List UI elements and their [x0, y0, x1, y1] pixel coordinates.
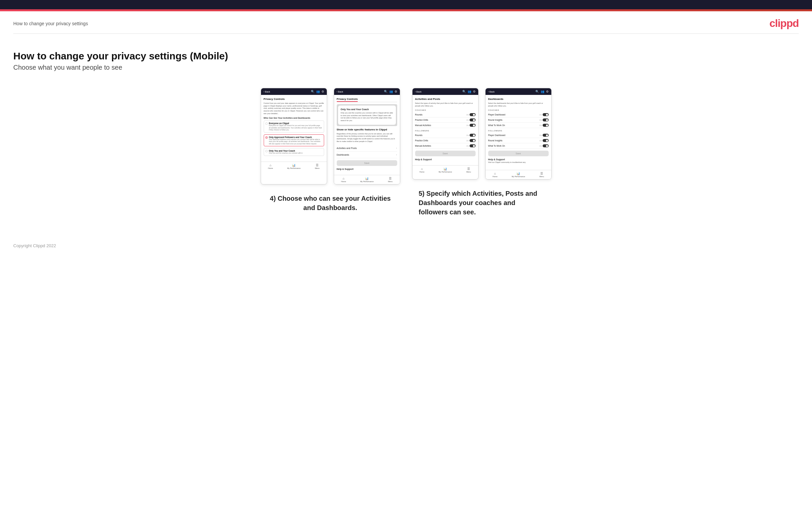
toggle-drills-coaches-switch[interactable]: [470, 118, 475, 121]
ph-bottom-nav-4: ⌂ Home 📊 My Performance ☰ Menu: [486, 170, 551, 179]
nav-menu-4[interactable]: ☰ Menu: [539, 172, 544, 177]
nav-home-4[interactable]: ⌂ Home: [493, 172, 498, 177]
page-title: How to change your privacy settings (Mob…: [13, 50, 799, 62]
list-dashboards[interactable]: Dashboards ›: [337, 152, 397, 158]
toggle-label-drills-followers: Practice Drills: [415, 139, 428, 142]
screenshot-group-1: ‹ Back 🔍 👥 ⚙ Privacy Controls Control ho…: [261, 88, 400, 212]
settings-icon-1[interactable]: ⚙: [321, 90, 324, 93]
nav-performance-label-4: My Performance: [512, 175, 525, 177]
home-icon-2: ⌂: [343, 177, 344, 180]
back-btn-4[interactable]: ‹ Back: [488, 91, 495, 93]
followers-label-3: FOLLOWERS: [415, 130, 475, 132]
ph-topbar-3: ‹ Back 🔍 👥 ⚙: [412, 88, 478, 95]
privacy-tab-2[interactable]: Privacy Controls: [337, 98, 358, 102]
nav-performance-4[interactable]: 📊 My Performance: [512, 172, 525, 177]
toggle-player-followers-switch[interactable]: [543, 134, 549, 137]
back-btn-1[interactable]: ‹ Back: [264, 91, 270, 93]
radio-only-you[interactable]: Only You and Your Coach Only you and the…: [264, 148, 324, 156]
nav-menu-3[interactable]: ☰ Menu: [466, 167, 471, 173]
nav-home-label-2: Home: [341, 180, 346, 182]
toggle-drills-followers: Practice Drills ON: [415, 138, 475, 143]
settings-icon-3[interactable]: ⚙: [473, 90, 475, 93]
people-icon-3[interactable]: 👥: [468, 90, 471, 93]
radio-approved[interactable]: Only Approved Followers and Your Coach O…: [264, 134, 324, 147]
list-activities-posts[interactable]: Activities and Posts ›: [337, 145, 397, 152]
phone-screen-1: ‹ Back 🔍 👥 ⚙ Privacy Controls Control ho…: [261, 88, 327, 184]
toggle-label-player-coaches: Player Dashboard: [488, 113, 505, 116]
save-btn-2[interactable]: Save: [337, 160, 397, 166]
toggle-rounds-followers-switch[interactable]: [470, 134, 475, 137]
search-icon-4[interactable]: 🔍: [536, 90, 539, 93]
toggle-label-what-coaches: What To Work On: [488, 124, 505, 126]
toggle-rounds-coaches-switch[interactable]: [470, 113, 475, 116]
search-icon-2[interactable]: 🔍: [384, 90, 388, 93]
toggle-player-coaches-switch[interactable]: [543, 113, 549, 116]
caption-5: 5) Specify which Activities, Posts and D…: [419, 189, 545, 217]
phone-screen-2: ‹ Back 🔍 👥 ⚙ Privacy Controls: [334, 88, 400, 184]
settings-icon-4[interactable]: ⚙: [546, 90, 549, 93]
ph-topbar-1: ‹ Back 🔍 👥 ⚙: [261, 88, 327, 95]
nav-home-2[interactable]: ⌂ Home: [341, 177, 346, 182]
help-section-3: Help & Support: [415, 156, 475, 161]
radio-circle-only-you: [265, 150, 268, 152]
coaches-label-3: COACHES: [415, 109, 475, 111]
screenshots-pair-1: ‹ Back 🔍 👥 ⚙ Privacy Controls Control ho…: [261, 88, 400, 184]
followers-label-4: FOLLOWERS: [488, 130, 549, 132]
nav-menu-2[interactable]: ☰ Menu: [388, 177, 393, 182]
save-btn-3[interactable]: Save: [415, 151, 475, 156]
ph-bottom-nav-1: ⌂ Home 📊 My Performance ☰ Menu: [261, 162, 327, 171]
toggle-what-followers-switch[interactable]: [543, 144, 549, 147]
nav-performance-2[interactable]: 📊 My Performance: [360, 177, 373, 182]
nav-performance-label-3: My Performance: [439, 171, 452, 173]
radio-desc-approved: Only approved followers and coaches you …: [269, 138, 322, 145]
toggle-manual-coaches-switch[interactable]: [470, 124, 475, 127]
people-icon-2[interactable]: 👥: [389, 90, 393, 93]
toggle-round-insights-followers-switch[interactable]: [543, 139, 549, 142]
breadcrumb: How to change your privacy settings: [13, 21, 88, 26]
ph-content-2: Privacy Controls Only You and Your Coach…: [334, 95, 400, 174]
ph-content-4: Dashboards Select the dashboards that yo…: [486, 95, 551, 169]
home-icon-1: ⌂: [270, 164, 271, 167]
nav-menu-label-4: Menu: [539, 175, 544, 177]
ph-subsection-title-1: Who Can See Your Activities and Dashboar…: [264, 117, 324, 119]
home-icon-4: ⌂: [494, 172, 496, 175]
back-btn-3[interactable]: ‹ Back: [415, 91, 422, 93]
ph-topbar-2: ‹ Back 🔍 👥 ⚙: [334, 88, 400, 95]
ph-topbar-4: ‹ Back 🔍 👥 ⚙: [486, 88, 551, 95]
toggle-label-what-followers: What To Work On: [488, 145, 505, 147]
toggle-rounds-coaches: Rounds ON: [415, 112, 475, 117]
search-icon-3[interactable]: 🔍: [462, 90, 466, 93]
nav-home-3[interactable]: ⌂ Home: [419, 167, 424, 173]
nav-performance-label-2: My Performance: [360, 180, 373, 182]
toggle-round-insights-coaches-switch[interactable]: [543, 118, 549, 121]
toggle-label-manual-followers: Manual Activities: [415, 145, 431, 147]
help-text-4: Visit our Clippd community to troublesho…: [488, 161, 549, 164]
footer: Copyright Clippd 2022: [0, 237, 812, 255]
search-icon-1[interactable]: 🔍: [311, 90, 314, 93]
nav-home-1[interactable]: ⌂ Home: [268, 164, 273, 169]
screenshots-pair-2: ‹ Back 🔍 👥 ⚙ Activities and Posts Select…: [412, 88, 552, 179]
nav-performance-1[interactable]: 📊 My Performance: [287, 164, 301, 169]
save-btn-4[interactable]: Save: [488, 151, 549, 156]
toggle-round-insights-followers: Round Insights ON: [488, 138, 549, 143]
toggle-drills-followers-switch[interactable]: [470, 139, 475, 142]
list-arrow-dashboards: ›: [396, 153, 397, 156]
nav-performance-3[interactable]: 📊 My Performance: [439, 167, 452, 173]
people-icon-4[interactable]: 👥: [541, 90, 544, 93]
nav-menu-1[interactable]: ☰ Menu: [315, 164, 319, 169]
back-btn-2[interactable]: ‹ Back: [337, 91, 343, 93]
popup-text-2: Only you and the coaches you connect wit…: [341, 112, 393, 122]
list-arrow-activities: ›: [396, 147, 397, 150]
people-icon-1[interactable]: 👥: [316, 90, 320, 93]
toggle-what-coaches-switch[interactable]: [543, 124, 549, 127]
nav-menu-label-2: Menu: [388, 180, 393, 182]
toggle-label-rounds-coaches: Rounds: [415, 113, 422, 116]
radio-everyone[interactable]: Everyone on Clippd Everyone on Clippd ca…: [264, 120, 324, 133]
settings-icon-2[interactable]: ⚙: [395, 90, 397, 93]
toggle-rounds-followers: Rounds ON: [415, 133, 475, 138]
ph-bottom-nav-3: ⌂ Home 📊 My Performance ☰ Menu: [412, 165, 478, 174]
main-content: How to change your privacy settings (Mob…: [0, 34, 812, 237]
toggle-manual-followers-switch[interactable]: [470, 144, 475, 147]
chart-icon-1: 📊: [292, 164, 296, 167]
ph-section-title-3: Activities and Posts: [415, 98, 475, 101]
